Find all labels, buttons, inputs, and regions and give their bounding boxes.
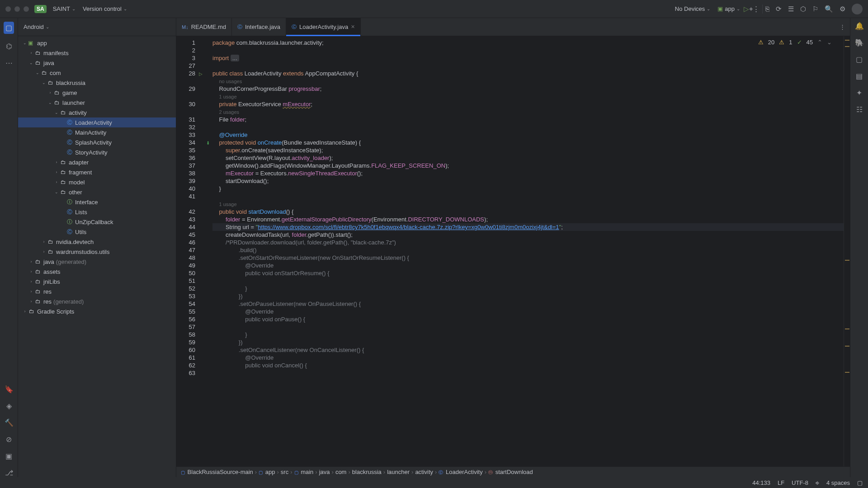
- breadcrumb-item[interactable]: ▢ main: [294, 469, 314, 475]
- tree-item-res[interactable]: ›🗀res: [18, 286, 176, 296]
- expand-icon[interactable]: ›: [28, 269, 34, 274]
- file-encoding[interactable]: UTF-8: [792, 479, 808, 486]
- assistant-icon[interactable]: ✦: [856, 89, 862, 97]
- expand-icon[interactable]: ›: [41, 249, 47, 254]
- tree-item-unzipcallback[interactable]: ⒾUnZipCallback: [18, 217, 176, 227]
- tree-item-lists[interactable]: ⒸLists: [18, 207, 176, 217]
- vcs-dropdown[interactable]: Version control ⌄: [79, 4, 131, 14]
- code-line[interactable]: [212, 369, 844, 377]
- build-variants-icon[interactable]: ◈: [6, 402, 12, 410]
- tree-item-interface[interactable]: ⒾInterface: [18, 197, 176, 207]
- vcs-tool-icon[interactable]: ⎇: [5, 469, 13, 477]
- code-line[interactable]: File folder;: [212, 116, 844, 123]
- expand-icon[interactable]: ›: [28, 289, 34, 294]
- tree-item-loaderactivity[interactable]: ⒸLoaderActivity: [18, 117, 176, 127]
- tree-item-res[interactable]: ›🗀res(generated): [18, 296, 176, 306]
- code-line[interactable]: @Override: [212, 308, 844, 315]
- code-line[interactable]: protected void onCreate(Bundle savedInst…: [212, 139, 844, 146]
- code-line[interactable]: .build(): [212, 246, 844, 254]
- code-line[interactable]: RoundCornerProgressBar progressbar;: [212, 85, 844, 93]
- code-line[interactable]: @Override: [212, 354, 844, 361]
- tab-loaderactivity-java[interactable]: ⒸLoaderActivity.java✕: [286, 18, 361, 36]
- code-line[interactable]: [212, 323, 844, 331]
- tree-item-splashactivity[interactable]: ⒸSplashActivity: [18, 137, 176, 147]
- editor-gutter[interactable]: 1232728▷293031323334⬇3536373839404142434…: [176, 36, 199, 466]
- collapse-icon[interactable]: ⌄: [22, 41, 28, 45]
- breadcrumb-item[interactable]: blackrussia: [352, 469, 382, 475]
- run-config-dropdown[interactable]: ▣ app ⌄: [714, 4, 744, 14]
- build-icon[interactable]: 🔨: [5, 418, 14, 427]
- code-line[interactable]: public void onCancel() {: [212, 361, 844, 369]
- code-line[interactable]: [212, 123, 844, 131]
- sidebar-header[interactable]: Android ⌄: [18, 18, 176, 36]
- expand-icon[interactable]: ›: [22, 309, 28, 314]
- tree-item-utils[interactable]: ⒸUtils: [18, 227, 176, 237]
- code-line[interactable]: .setOnStartOrResumeListener(new OnStartO…: [212, 254, 844, 262]
- expand-icon[interactable]: ›: [41, 239, 47, 244]
- indent-info[interactable]: 4 spaces: [826, 479, 850, 486]
- tree-item-game[interactable]: ›🗀game: [18, 88, 176, 98]
- tree-item-java[interactable]: ⌄🗀java: [18, 58, 176, 68]
- memory-icon[interactable]: ▢: [857, 479, 863, 486]
- usage-hint[interactable]: 2 usages: [212, 108, 844, 116]
- structure-tool-icon[interactable]: ⌬: [6, 42, 12, 51]
- code-line[interactable]: public void onPause() {: [212, 315, 844, 323]
- gradle-icon[interactable]: 🐘: [855, 38, 864, 47]
- expand-icon[interactable]: ›: [28, 51, 34, 55]
- collapse-icon[interactable]: ⌄: [28, 61, 34, 65]
- code-line[interactable]: folder = Environment.getExternalStorageP…: [212, 216, 844, 223]
- close-icon[interactable]: ✕: [351, 24, 355, 30]
- more-run-icon[interactable]: ⋮: [753, 5, 760, 13]
- avatar[interactable]: [852, 4, 863, 14]
- debug-icon[interactable]: ⌖: [749, 5, 753, 13]
- breadcrumb-item[interactable]: ▢ BlackRussiaSource-main: [181, 469, 253, 475]
- code-line[interactable]: [212, 62, 844, 70]
- tree-item-manifests[interactable]: ›🗀manifests: [18, 48, 176, 58]
- breadcrumb-item[interactable]: ⓜ startDownload: [488, 469, 533, 476]
- code-line[interactable]: @Override: [212, 262, 844, 269]
- code-line[interactable]: @Override: [212, 131, 844, 139]
- tree-item-wardrumstudios-utils[interactable]: ›🗀wardrumstudios.utils: [18, 247, 176, 257]
- tree-item-model[interactable]: ›🗀model: [18, 177, 176, 187]
- tree-item-adapter[interactable]: ›🗀adapter: [18, 157, 176, 167]
- breadcrumb-item[interactable]: java: [319, 469, 330, 475]
- caret-position[interactable]: 44:133: [752, 479, 770, 486]
- tree-item-java[interactable]: ›🗀java(generated): [18, 257, 176, 267]
- sdk-icon[interactable]: ⬡: [800, 5, 806, 13]
- code-line[interactable]: }: [212, 185, 844, 192]
- tree-item-other[interactable]: ⌄🗀other: [18, 187, 176, 197]
- bookmarks-icon[interactable]: 🔖: [5, 385, 14, 394]
- expand-icon[interactable]: ›: [53, 170, 60, 174]
- code-line[interactable]: /*PRDownloader.download(url, folder.getP…: [212, 239, 844, 246]
- code-line[interactable]: getWindow().addFlags(WindowManager.Layou…: [212, 162, 844, 169]
- tree-item-gradle-scripts[interactable]: ›🗀Gradle Scripts: [18, 306, 176, 316]
- tree-item-storyactivity[interactable]: ⒸStoryActivity: [18, 147, 176, 157]
- min-dot[interactable]: [14, 6, 20, 12]
- code-line[interactable]: [212, 47, 844, 54]
- more-tool-icon[interactable]: ⋯: [5, 59, 13, 67]
- code-line[interactable]: import ...: [212, 54, 844, 62]
- expand-icon[interactable]: ›: [28, 279, 34, 284]
- usage-hint[interactable]: 1 usage: [212, 93, 844, 100]
- collapse-icon[interactable]: ⌄: [53, 190, 60, 194]
- tree-item-fragment[interactable]: ›🗀fragment: [18, 167, 176, 177]
- tree-item-app[interactable]: ⌄▣app: [18, 38, 176, 48]
- inspection-meter[interactable]: ⚠20 ⚠1 ✓45 ⌃ ⌄: [758, 39, 832, 46]
- notifications-icon[interactable]: 🔔: [855, 22, 864, 30]
- max-dot[interactable]: [24, 6, 29, 12]
- code-line[interactable]: startDownload();: [212, 177, 844, 185]
- tree-item-mainactivity[interactable]: ⒸMainActivity: [18, 127, 176, 137]
- code-line[interactable]: }): [212, 338, 844, 346]
- run-icon[interactable]: ▷: [744, 5, 749, 13]
- code-line[interactable]: String url = "https://www.dropbox.com/sc…: [212, 223, 844, 231]
- gear-icon[interactable]: ⚙: [840, 5, 845, 13]
- code-editor[interactable]: package com.blackrussia.launcher.activit…: [199, 36, 844, 466]
- tree-item-activity[interactable]: ⌄🗀activity: [18, 108, 176, 117]
- breadcrumb-item[interactable]: launcher: [387, 469, 410, 475]
- code-line[interactable]: .setOnPauseListener(new OnPauseListener(…: [212, 300, 844, 308]
- sync-icon[interactable]: ⟳: [776, 5, 782, 13]
- code-line[interactable]: public void startDownload() {: [212, 208, 844, 216]
- project-tool-icon[interactable]: ▢: [4, 22, 14, 34]
- tree-item-blackrussia[interactable]: ⌄🗀blackrussia: [18, 78, 176, 88]
- code-line[interactable]: [212, 277, 844, 285]
